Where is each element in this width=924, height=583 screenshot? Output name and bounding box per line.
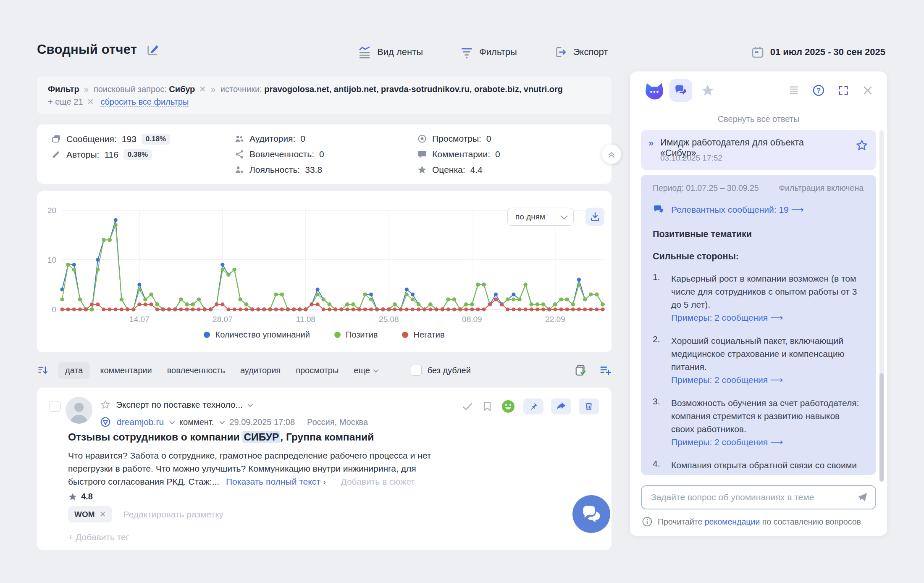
scrollbar-thumb[interactable] — [879, 373, 884, 482]
chart-download-button[interactable] — [585, 208, 604, 226]
examples-link[interactable]: Примеры: 2 сообщения ⟶ — [671, 373, 864, 386]
strength-item: 4. Компания открыта обратной связи со св… — [653, 459, 864, 475]
relevant-messages-row[interactable]: Релевантных сообщений: 19 ⟶ — [653, 204, 864, 216]
more-filters[interactable]: + еще 21 — [48, 97, 83, 106]
share-button[interactable] — [551, 398, 571, 414]
svg-text:11.08: 11.08 — [296, 315, 315, 324]
chevron-down-icon — [373, 367, 378, 372]
legend-positive[interactable]: Позитив — [334, 330, 378, 340]
stat-views: Просмотры: 0 — [417, 134, 491, 144]
edit-markup-link[interactable]: Редактировать разметку — [123, 509, 223, 520]
chart-legend: Количество упоминаний Позитив Негатив — [37, 330, 612, 340]
post-select-checkbox[interactable] — [50, 401, 60, 412]
calendar-icon — [751, 45, 764, 59]
sort-tab-date[interactable]: дата — [58, 362, 90, 379]
reset-filters-link[interactable]: сбросить все фильтры — [100, 97, 189, 107]
rating-star-icon — [417, 165, 427, 175]
dedupe-checkbox[interactable] — [411, 365, 422, 376]
collapse-all-answers-link[interactable]: Свернуть все ответы — [630, 114, 887, 124]
sort-tab-engagement[interactable]: вовлеченность — [167, 366, 225, 375]
chevron-down-icon[interactable] — [247, 401, 253, 407]
remove-query-filter-icon[interactable]: ✕ — [199, 84, 206, 94]
star-icon — [701, 83, 715, 98]
assistant-question-card[interactable]: » Имидж работодателя для объекта «Сибур»… — [641, 130, 876, 170]
query-filter-value[interactable]: Сибур — [169, 84, 195, 94]
pin-button[interactable] — [523, 398, 543, 414]
tag-pill-wom[interactable]: WOM ✕ — [68, 506, 112, 522]
loyalty-icon — [234, 165, 244, 175]
sort-tab-comments[interactable]: комментарии — [100, 366, 152, 375]
processed-check-icon[interactable] — [461, 400, 474, 413]
messages-percent-badge: 0.18% — [142, 134, 170, 145]
ask-question-input[interactable] — [651, 492, 856, 502]
post-source-link[interactable]: dreamjob.ru — [117, 417, 164, 427]
svg-text:0: 0 — [52, 305, 56, 314]
filters-button[interactable]: Фильтры — [460, 45, 517, 59]
post-title[interactable]: Отзывы сотрудников о компании СИБУР, Гру… — [68, 431, 374, 443]
stat-engagement: Вовлеченность: 0 — [234, 149, 324, 159]
send-icon[interactable] — [856, 491, 869, 504]
post-card: Эксперт по поставке техноло... dreamjob.… — [37, 388, 612, 550]
collapse-stats-button[interactable] — [602, 145, 621, 164]
legend-mentions[interactable]: Количество упоминаний — [204, 330, 310, 340]
sort-tab-audience[interactable]: аудитория — [240, 366, 281, 375]
post-meta-row: dreamjob.ru коммент. 29.09.2025 17:08 Ро… — [100, 416, 368, 428]
chevron-down-icon[interactable] — [170, 419, 175, 424]
show-full-text-link[interactable]: Показать полный текст › — [226, 477, 326, 486]
sentiment-positive-icon[interactable] — [501, 399, 516, 414]
legend-dot-negative — [402, 332, 408, 338]
svg-text:10: 10 — [47, 256, 56, 264]
assistant-favorites-tab[interactable] — [701, 83, 715, 98]
open-chat-button[interactable] — [572, 495, 610, 533]
delete-button[interactable] — [579, 398, 599, 414]
favorite-question-icon[interactable] — [855, 139, 869, 152]
export-button[interactable]: Экспорт — [554, 45, 608, 59]
granularity-select[interactable]: по дням — [507, 208, 574, 226]
legend-negative[interactable]: Негатив — [402, 330, 444, 340]
page-title: Сводный отчет — [37, 42, 137, 57]
remove-more-filters-icon[interactable]: ✕ — [87, 97, 94, 106]
legend-dot-mentions — [204, 332, 210, 338]
svg-text:22.09: 22.09 — [545, 315, 565, 324]
source-badge-icon — [100, 417, 111, 427]
sources-filter-value[interactable]: pravogolosa.net, antijob.net, pravda-sot… — [264, 84, 563, 94]
history-list-icon[interactable] — [788, 84, 800, 96]
assistant-header: ? — [630, 71, 887, 108]
legend-dot-positive — [334, 332, 341, 338]
edit-report-icon[interactable] — [145, 42, 160, 57]
double-chevron-up-icon — [606, 149, 617, 159]
recommendations-link[interactable]: рекомендации — [705, 517, 760, 526]
recommendations-hint: Прочитайте рекомендации по составлению в… — [642, 516, 861, 527]
date-range-picker[interactable]: 01 июл 2025 - 30 сен 2025 — [751, 45, 885, 59]
assistant-chat-tab[interactable] — [669, 79, 692, 102]
chevron-down-icon[interactable] — [220, 419, 225, 424]
svg-text:28.07: 28.07 — [213, 315, 233, 324]
stat-audience: Аудитория: 0 — [234, 134, 305, 144]
feed-view-button[interactable]: Вид ленты — [358, 45, 423, 59]
svg-text:?: ? — [816, 87, 821, 94]
add-tag-link[interactable]: + Добавить тег — [68, 532, 129, 542]
assistant-mascot-icon[interactable] — [644, 82, 664, 101]
help-icon[interactable]: ? — [812, 84, 825, 97]
sort-tab-views[interactable]: просмотры — [296, 366, 339, 375]
strengths-header: Сильные стороны: — [653, 251, 864, 262]
examples-link[interactable]: Примеры: 2 сообщения ⟶ — [671, 311, 864, 324]
examples-link[interactable]: Примеры: 2 сообщения ⟶ — [671, 435, 864, 448]
bookmark-icon[interactable] — [481, 400, 493, 413]
post-author-name[interactable]: Эксперт по поставке техноло... — [116, 400, 243, 410]
sort-tab-more[interactable]: еще — [354, 366, 377, 375]
favorite-star-icon[interactable] — [100, 399, 111, 410]
add-to-list-icon[interactable] — [599, 364, 612, 377]
rating-star-icon — [68, 492, 77, 501]
post-tags-row: WOM ✕ Редактировать разметку — [68, 506, 223, 522]
info-icon — [642, 516, 653, 527]
expand-icon[interactable] — [837, 84, 849, 96]
answer-meta-row: Период: 01.07.25 – 30.09.25 Фильтрация в… — [653, 183, 864, 193]
close-icon[interactable] — [862, 84, 874, 96]
post-type[interactable]: коммент. — [179, 417, 214, 427]
add-to-story-link[interactable]: Добавить в сюжет — [341, 477, 415, 486]
remove-tag-icon[interactable]: ✕ — [100, 509, 106, 519]
mark-read-icon[interactable] — [575, 364, 587, 377]
sort-icon[interactable] — [37, 364, 49, 376]
svg-text:14.07: 14.07 — [129, 315, 150, 324]
